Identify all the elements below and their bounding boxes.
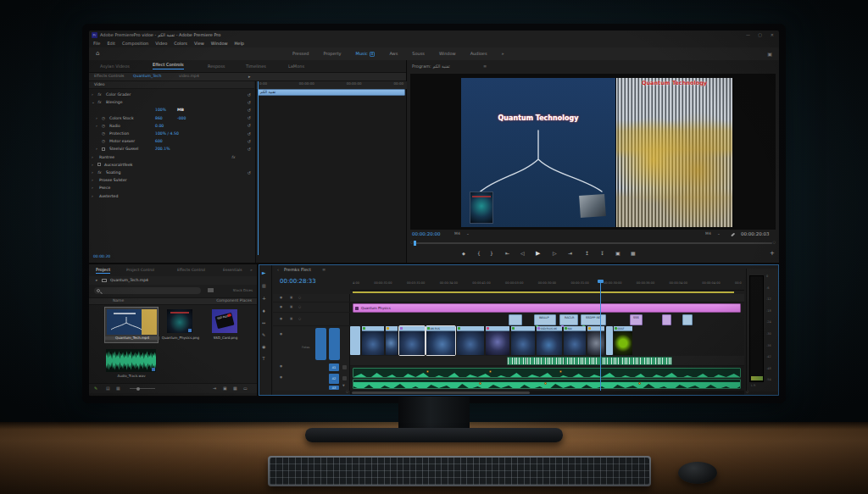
lock-icon[interactable]: ● [280,306,282,309]
column-places[interactable]: Component Places [216,299,252,303]
checkbox[interactable] [102,147,105,151]
stopwatch-icon[interactable]: ◷ [102,124,105,128]
track-output-icon[interactable]: ○ [298,297,301,300]
settings-wrench-icon[interactable] [731,232,735,236]
timeline-clip[interactable]: RACLR [559,314,578,325]
zoom-slider-handle[interactable] [136,387,140,391]
track-a1-lane[interactable] [350,356,744,366]
type-tool[interactable]: T [263,357,265,361]
menu-colors[interactable]: Colors [174,42,187,46]
reset-icon[interactable]: ↺ [248,100,251,105]
workspace-aws[interactable]: Aws [389,52,398,56]
new-item-icon[interactable]: ▦ [233,386,237,391]
reset-icon[interactable]: ↺ [248,139,251,144]
trash-icon[interactable]: ▭ [243,386,248,391]
program-timecode[interactable]: 00:00:20:00 [412,232,441,237]
mute-button[interactable] [342,376,347,380]
step-forward-button[interactable]: ▷ [553,251,557,256]
timeline-clip[interactable]: NAI [564,326,586,355]
reset-icon[interactable]: ↺ [248,147,251,152]
go-to-in-button[interactable]: ⇤ [505,251,509,256]
clip-marker[interactable] [544,382,547,385]
lift-button[interactable]: ↥ [585,251,589,256]
timeline-clip[interactable]: AN PLIS [426,326,455,355]
timeline-clip[interactable]: SSD/PLUS 86 [537,326,562,355]
clip-marker[interactable] [426,370,429,373]
project-item[interactable]: Audio_Track.wav [104,349,159,381]
timeline-clip-audio-1[interactable] [353,368,741,378]
program-resolution-select[interactable]: M4 [705,232,711,236]
reset-icon[interactable]: ↺ [248,92,251,97]
timeline-clip-audio-2[interactable] [353,379,741,389]
ec-row-color-grader[interactable]: ›fx Color Grader ↺ [89,91,254,98]
timeline-clip[interactable] [682,314,693,325]
sequence-tab[interactable]: Premks Flect [284,268,311,272]
timeline-lanes[interactable]: Quantum Physics WALLP RACLR SSDPP INT SS… [350,294,744,391]
param-value[interactable]: 100% [155,108,166,112]
list-view-icon[interactable]: ▤ [106,386,110,391]
reset-icon[interactable]: ↺ [248,108,251,113]
ec-row-radio[interactable]: ›◷ Radio 0.00 ↺ [89,122,254,130]
back-icon[interactable]: ‹ [277,268,279,272]
timeline-clip[interactable] [399,326,425,355]
project-item-selected[interactable]: Quantum_Tech.mp4 [104,307,159,343]
timeline-clip-audio-captions[interactable] [507,357,672,365]
timeline-clip[interactable]: GSSF [614,326,632,355]
ec-row-rantree[interactable]: › Rantree fx [89,153,254,161]
ec-clip-name[interactable]: Quantum_Tech [133,75,161,79]
ec-row-aucsoralrtfeek[interactable]: › Aucsoralrtfeek [89,161,254,169]
timeline-clip[interactable] [587,326,604,355]
reset-icon[interactable]: ↺ [248,131,251,136]
ec-row-psece[interactable]: › Psece [89,184,254,191]
sync-lock-icon[interactable]: ▣ [290,297,292,300]
go-to-out-button[interactable]: ⇥ [568,251,572,256]
ec-row-axsterted[interactable]: › Axsterted [89,192,254,200]
timeline-clip[interactable] [509,314,522,325]
param-value[interactable]: MB [177,108,184,112]
menu-view[interactable]: View [194,42,204,46]
menu-help[interactable]: Help [235,42,244,46]
tab-essentials[interactable]: Essentials [223,269,242,273]
timeline-ruler[interactable]: 4:00 00:00:31:00 00:03:31:00 00:00:34:00… [350,280,744,291]
ec-row-motor-easver[interactable]: ◷ Motor easver 600 ↺ [89,137,254,145]
project-item[interactable]: SSD PLUS SSD_Card.png [212,309,239,343]
sync-lock-icon[interactable]: ▣ [290,306,292,309]
track-a3-chip[interactable]: A3 [329,386,339,390]
timeline-clip[interactable]: SSDPP INT [581,314,606,325]
export-frame-button[interactable]: ▣ [615,251,620,256]
ec-mini-clip[interactable]: تقنية الكم [258,89,405,96]
step-back-button[interactable]: ◁ [520,251,525,256]
tabs-overflow[interactable]: » [250,269,253,273]
home-icon[interactable]: ⌂ [96,51,99,57]
tab-timelines[interactable]: Timelines [246,64,266,69]
timeline-clip[interactable] [662,314,671,325]
timeline-clip[interactable]: WALLP [534,314,556,325]
tab-lamons[interactable]: LaMons [288,64,304,69]
workspace-overflow[interactable]: » [502,52,504,56]
program-menu-icon[interactable]: ≡ [483,64,487,69]
ec-row-steelvir-gussel[interactable]: › Steelvir Gussel 200.1% ↺ [89,145,254,153]
clip-marker[interactable] [559,370,562,373]
timeline-clip[interactable] [362,326,384,355]
timeline-scrollbar[interactable]: ○ ○ [350,391,744,395]
add-button[interactable]: + [770,251,775,257]
clip-marker[interactable] [479,382,481,385]
work-area-bar[interactable] [353,291,734,293]
tab-project[interactable]: Project [96,268,110,274]
param-value[interactable]: 0.00 [155,124,164,128]
mute-button[interactable] [342,365,347,369]
source-patch-v1[interactable] [315,328,326,360]
track-v3-lane[interactable] [350,294,744,303]
workspace-window[interactable]: Window [439,52,456,56]
timeline-clip[interactable] [386,326,398,355]
timeline-clip-quantum-physics[interactable]: Quantum Physics [353,303,741,313]
stopwatch-icon[interactable]: ◷ [102,131,105,136]
menu-window[interactable]: Window [211,42,228,46]
timeline-clip[interactable] [606,326,613,355]
zoom-slider[interactable] [130,388,155,389]
mark-out-button[interactable]: } [490,251,493,256]
timeline-clip[interactable] [457,326,484,355]
menu-file[interactable]: File [93,42,100,46]
scrubber-playhead[interactable] [414,241,416,246]
workspace-property[interactable]: Property [323,52,341,56]
